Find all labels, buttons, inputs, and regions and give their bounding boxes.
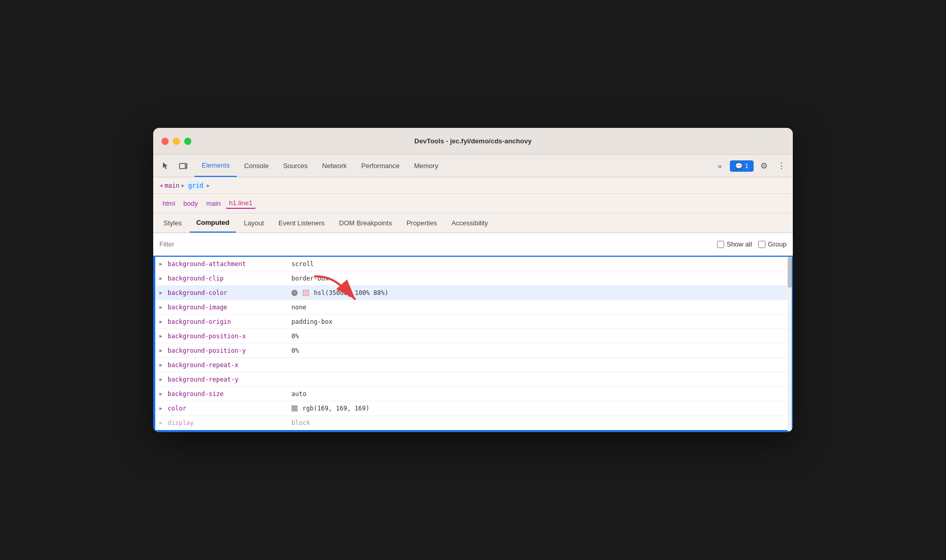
prop-row-background-image[interactable]: ▶ background-image none [155,300,791,315]
prop-value: 0% [291,347,787,354]
tab-memory[interactable]: Memory [407,155,446,177]
prop-row-background-origin[interactable]: ▶ background-origin padding-box [155,315,791,329]
css-properties-container: ▶ background-attachment scroll ▶ backgro… [153,256,793,432]
path-class-grid[interactable]: grid [187,182,205,190]
css-tab-layout[interactable]: Layout [238,213,270,233]
expander-icon[interactable]: ▶ [159,405,168,411]
prop-row-display[interactable]: ▶ display block [155,416,791,430]
prop-name: background-color [168,289,291,297]
css-tab-properties[interactable]: Properties [400,213,443,233]
breadcrumb-body[interactable]: body [181,199,201,208]
prop-name: background-clip [168,275,291,282]
prop-row-background-position-y[interactable]: ▶ background-position-y 0% [155,343,791,358]
css-properties-list: ▶ background-attachment scroll ▶ backgro… [154,257,792,431]
expander-icon[interactable]: ▶ [159,333,168,339]
link-icon[interactable]: ↗ [291,290,298,296]
breadcrumb-bar: html body main h1.line1 [153,194,793,213]
tab-performance[interactable]: Performance [354,155,406,177]
minimize-button[interactable] [173,138,180,145]
cursor-icon[interactable] [157,158,174,174]
color-swatch[interactable] [303,290,309,296]
prop-name: background-origin [168,318,291,325]
prop-value: 0% [291,333,787,340]
show-all-checkbox-group[interactable]: Show all [717,240,752,248]
prop-row-background-repeat-y[interactable]: ▶ background-repeat-y [155,372,791,387]
devtools-window: DevTools - jec.fyi/demo/cds-anchovy Elem… [153,128,793,432]
prop-value: auto [291,390,787,398]
prop-row-background-clip[interactable]: ▶ background-clip border-box [155,271,791,286]
prop-value: padding-box [291,318,787,325]
maximize-button[interactable] [184,138,191,145]
prop-name: background-repeat-x [168,361,291,369]
chat-button[interactable]: 💬 1 [730,160,754,172]
css-tab-event-listeners[interactable]: Event Listeners [272,213,331,233]
css-panel-tabs: Styles Computed Layout Event Listeners D… [153,213,793,233]
color-swatch-gray[interactable] [291,405,298,411]
path-arrow-left: ◀ [159,183,162,188]
prop-name: background-size [168,390,291,398]
expander-icon[interactable]: ▶ [159,376,168,382]
prop-name: background-image [168,304,291,311]
prop-row-color[interactable]: ▶ color rgb(169, 169, 169) [155,401,791,416]
expander-icon[interactable]: ▶ [159,319,168,324]
tab-network[interactable]: Network [315,155,354,177]
prop-value: none [291,304,787,311]
window-title: DevTools - jec.fyi/demo/cds-anchovy [414,137,531,145]
kebab-menu-button[interactable]: ⋮ [774,159,789,173]
scrollbar-track [788,257,792,431]
css-tab-dom-breakpoints[interactable]: DOM Breakpoints [333,213,398,233]
tab-console[interactable]: Console [237,155,276,177]
filter-options: Show all Group [717,240,787,248]
expander-icon[interactable]: ▶ [159,362,168,368]
breadcrumb-h1[interactable]: h1.line1 [226,198,256,209]
group-checkbox-group[interactable]: Group [758,240,787,248]
prop-value: block [291,419,787,426]
expander-icon[interactable]: ▶ [159,420,168,425]
tab-sources[interactable]: Sources [276,155,315,177]
path-chevron: ▶ [182,183,185,188]
prop-value: border-box [291,275,787,282]
breadcrumb-main[interactable]: main [203,199,224,208]
filter-input[interactable] [159,240,711,248]
prop-value: scroll [291,260,787,268]
css-tab-computed[interactable]: Computed [190,213,235,233]
traffic-lights [161,138,191,145]
css-tab-styles[interactable]: Styles [157,213,188,233]
prop-row-background-repeat-x[interactable]: ▶ background-repeat-x [155,358,791,372]
css-tab-accessibility[interactable]: Accessibility [445,213,494,233]
settings-button[interactable]: ⚙ [757,159,771,173]
prop-row-background-position-x[interactable]: ▶ background-position-x 0% [155,329,791,343]
svg-rect-1 [185,164,187,168]
prop-name: background-repeat-y [168,376,291,383]
prop-row-background-size[interactable]: ▶ background-size auto [155,387,791,401]
prop-name: background-position-y [168,347,291,354]
prop-name: background-attachment [168,260,291,268]
devtools-right-controls: » 💬 1 ⚙ ⋮ [712,159,789,173]
device-toggle-icon[interactable] [175,158,191,174]
prop-row-background-attachment[interactable]: ▶ background-attachment scroll [155,257,791,271]
scrollbar-thumb[interactable] [788,257,792,288]
filter-bar: Show all Group [153,233,793,256]
titlebar: DevTools - jec.fyi/demo/cds-anchovy [153,128,793,155]
expander-icon[interactable]: ▶ [159,275,168,281]
tab-elements[interactable]: Elements [194,155,237,177]
path-tag-main[interactable]: main [165,182,180,189]
close-button[interactable] [161,138,169,145]
expander-icon[interactable]: ▶ [159,391,168,397]
breadcrumb-html[interactable]: html [159,199,178,208]
expander-icon[interactable]: ▶ [159,261,168,267]
expander-icon[interactable]: ▶ [159,348,168,353]
path-chevron-2: ▶ [207,183,210,188]
prop-name: display [168,419,291,426]
prop-value: ↗ hsl(350deg 100% 88%) [291,289,787,297]
more-tabs-button[interactable]: » [712,159,727,173]
prop-name: color [168,405,291,412]
expander-icon[interactable]: ▶ [159,304,168,310]
prop-row-background-color[interactable]: ▶ background-color ↗ hsl(350deg 100% 88%… [155,286,791,300]
group-checkbox[interactable] [758,241,765,248]
devtools-tabbar: Elements Console Sources Network Perform… [153,155,793,177]
prop-value: rgb(169, 169, 169) [291,405,787,412]
show-all-checkbox[interactable] [717,241,724,248]
expander-icon[interactable]: ▶ [159,290,168,295]
prop-name: background-position-x [168,333,291,340]
